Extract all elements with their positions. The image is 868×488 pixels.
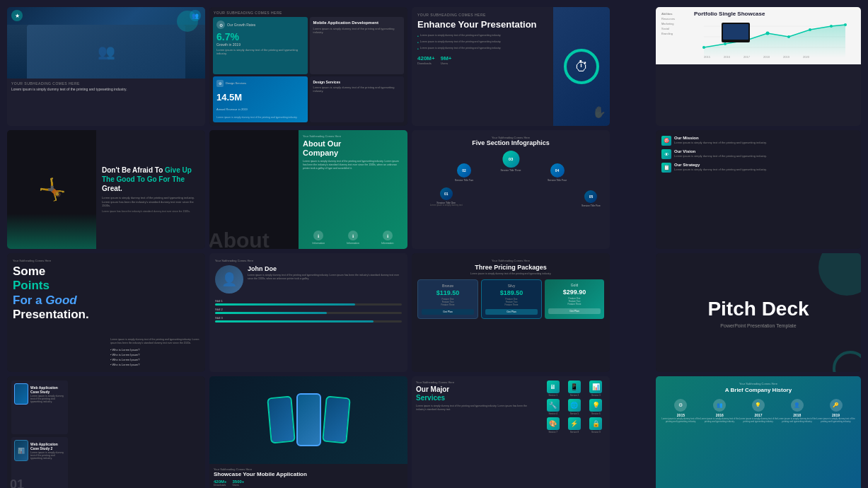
about-right: Your Subheading Comes Here About OurComp… bbox=[299, 130, 407, 249]
mvs-vision-desc: Lorem ipsum is simply dummy text of the … bbox=[674, 154, 855, 158]
points-list: Lorem ipsum is simply dummy text of the … bbox=[109, 253, 205, 372]
pitch-title: Pitch Deck bbox=[707, 298, 809, 320]
pricing-gold-price: $299.90 bbox=[548, 289, 601, 296]
growth-box-mobile: Mobile Application Development Lorem ips… bbox=[310, 17, 405, 74]
slide-infographics[interactable]: Your Subheading Comes Here Five Section … bbox=[412, 130, 610, 249]
mvs-strategy-desc: Lorem ipsum is simply dummy text of the … bbox=[674, 168, 855, 171]
growth-grid: ⚙ Our Growth Rates 6.7% Growth in 2019 L… bbox=[209, 17, 407, 126]
growth-title: Our Growth Rates bbox=[227, 23, 255, 27]
team-desc: Lorem ipsum is simply dummy text of the … bbox=[11, 87, 201, 92]
slide-growth[interactable]: Your Subheading Comes Here ⚙ Our Growth … bbox=[209, 7, 407, 126]
history-tag: Your Subheading Comes Here bbox=[661, 382, 855, 385]
webapp-case1-title: Web Application Case Study bbox=[30, 385, 65, 394]
major-desc: Lorem ipsum is simply dummy text of the … bbox=[416, 405, 535, 412]
slide-points[interactable]: Your Subheading Comes Here Some Points F… bbox=[7, 253, 205, 372]
points-title: Some Points For a Good Presentation. bbox=[13, 265, 103, 323]
pricing-gold-btn[interactable]: Get Plan bbox=[548, 308, 601, 314]
team-tag: Your Subheading Comes Here bbox=[11, 81, 201, 86]
slide-john[interactable]: Your Subheading Comes Here 👤 John Doe Lo… bbox=[209, 253, 407, 372]
slide-dontbe[interactable]: 🤸 Don't Be Afraid To Give Up The Good To… bbox=[7, 130, 205, 249]
slide-pitch[interactable]: Pitch Deck PowerPoint Presentation Templ… bbox=[656, 253, 861, 372]
dontbe-title: Don't Be Afraid To Give Up The Good To G… bbox=[102, 165, 199, 193]
portfolio-title: Portfolio Single Showcase bbox=[694, 11, 855, 17]
pricing-bronze-price: $119.50 bbox=[422, 289, 474, 296]
webapp-content: Web Application Case Study Lorem ipsum i… bbox=[11, 380, 201, 488]
history-2019: 🔑 2019 Lorem ipsum is simply dummy text … bbox=[816, 399, 855, 424]
slides-grid: ★ 👥 👥 Your Subheading Comes Here Lorem i… bbox=[0, 0, 656, 488]
infographics-nodes: 03 Service Title Three 02 Service Title … bbox=[417, 151, 604, 214]
major-services-grid: 🖥 Service 1 📱 Service 2 📊 Service 3 🔧 Se… bbox=[539, 376, 610, 488]
history-2016: 👥 2016 Lorem ipsum is simply dummy text … bbox=[700, 399, 739, 424]
points-tag: Your Subheading Comes Here bbox=[13, 259, 103, 262]
growth-header: Your Subheading Comes Here bbox=[209, 7, 407, 17]
growth-mobile-desc: Lorem ipsum is simply dummy text of the … bbox=[313, 27, 401, 34]
about-tag: Your Subheading Comes Here bbox=[303, 134, 403, 138]
history-2015: ⚙ 2015 Lorem ipsum is simply dummy text … bbox=[661, 399, 700, 424]
about-left: About bbox=[209, 130, 299, 249]
john-desc: Lorem ipsum is simply dummy text of the … bbox=[248, 274, 402, 281]
major-svc-2: 📱 Service 2 bbox=[565, 380, 584, 397]
dontbe-desc: Lorem ipsum is simply dummy text of the … bbox=[102, 196, 199, 208]
svg-point-4 bbox=[724, 42, 727, 45]
portfolio-sidebar: Abilities Resources Marketing Social Bra… bbox=[661, 11, 690, 35]
mobile-phone-3 bbox=[322, 396, 351, 444]
enhance-title: Enhance Your Presentation bbox=[417, 19, 548, 30]
pricing-silver-price: $189.50 bbox=[485, 289, 538, 296]
svg-text:2018: 2018 bbox=[763, 55, 770, 58]
pricing-silver-btn[interactable]: Get Plan bbox=[485, 309, 538, 315]
svg-point-3 bbox=[702, 46, 705, 49]
slide-mobile-showcase[interactable]: Your Subheading Comes Here Showcase Your… bbox=[209, 376, 407, 488]
growth-desc2: Lorem ipsum is simply dummy text of the … bbox=[216, 116, 304, 119]
growth-number1: 6.7% bbox=[216, 31, 304, 42]
mvs-mission-title: Our Mission bbox=[674, 136, 855, 140]
growth-label2: Annual Revenue in 2019 bbox=[216, 108, 304, 111]
about-desc: Lorem ipsum is simply dummy text of the … bbox=[303, 160, 403, 170]
portfolio-header: Abilities Resources Marketing Social Bra… bbox=[656, 7, 861, 64]
john-skills: Skill 1 Skill 2 Skill 3 bbox=[215, 299, 402, 323]
pitch-circle-decoration bbox=[818, 253, 861, 296]
svg-text:2016: 2016 bbox=[724, 55, 731, 58]
svg-point-10 bbox=[844, 23, 847, 26]
svg-text:2020: 2020 bbox=[803, 55, 810, 58]
slide-pricing[interactable]: Your Subheading Comes Here Three Pricing… bbox=[412, 253, 610, 372]
growth-desc1: Lorem ipsum is simply dummy text of the … bbox=[216, 48, 304, 55]
major-svc-9: 🔒 Service 9 bbox=[586, 417, 606, 434]
pricing-bronze-btn[interactable]: Get Plan bbox=[422, 309, 474, 315]
portfolio-chart-area: Portfolio Single Showcase bbox=[694, 11, 855, 61]
webapp-screenshots: Web Application Case Study Lorem ipsum i… bbox=[11, 380, 68, 488]
slide-team[interactable]: ★ 👥 👥 Your Subheading Comes Here Lorem i… bbox=[7, 7, 205, 126]
mvs-strategy: 📋 Our Strategy Lorem ipsum is simply dum… bbox=[661, 163, 855, 173]
history-2018: 👤 2018 Lorem ipsum is simply dummy text … bbox=[777, 399, 816, 424]
slide-history[interactable]: Your Subheading Comes Here A Brief Compa… bbox=[656, 376, 861, 488]
pricing-tag: Your Subheading Comes Here bbox=[417, 259, 604, 262]
mvs-mission: 🎯 Our Mission Lorem ipsum is simply dumm… bbox=[661, 136, 855, 146]
slide-major-services[interactable]: Your Subheading Comes Here Our Major Ser… bbox=[412, 376, 610, 488]
enhance-image: ⏱ ✋ bbox=[553, 7, 610, 126]
history-title: A Brief Company History bbox=[661, 387, 855, 393]
pricing-desc: Lorem ipsum is simply dummy text of the … bbox=[417, 272, 604, 275]
enhance-tag: Your Subheading Comes Here bbox=[417, 13, 548, 17]
mvs-vision: 👁 Our Vision Lorem ipsum is simply dummy… bbox=[661, 149, 855, 159]
svg-text:2019: 2019 bbox=[783, 55, 790, 58]
slide-portfolio[interactable]: Abilities Resources Marketing Social Bra… bbox=[656, 7, 861, 126]
slide-webapp[interactable]: 01 Web Application Case Study Lorem ipsu… bbox=[7, 376, 205, 488]
mvs-strategy-icon: 📋 bbox=[661, 163, 671, 173]
major-svc-6: 💡 Service 6 bbox=[586, 399, 606, 415]
pitch-subtitle: PowerPoint Presentation Template bbox=[720, 323, 796, 328]
enhance-stat1: 420M+ bbox=[417, 55, 435, 62]
svg-point-8 bbox=[809, 28, 811, 31]
growth-mobile-title: Mobile Application Development bbox=[313, 21, 401, 25]
team-image: ★ 👥 👥 bbox=[7, 7, 205, 79]
john-avatar: 👤 bbox=[215, 265, 243, 294]
webapp-number: 01 bbox=[10, 477, 24, 488]
slide-mvs[interactable]: 🎯 Our Mission Lorem ipsum is simply dumm… bbox=[656, 130, 861, 249]
webapp-case2-title: Web Application Case Study 2 bbox=[30, 442, 65, 451]
mvs-vision-title: Our Vision bbox=[674, 149, 855, 153]
pricing-bronze: Bronze $119.50 Feature One Feature Two F… bbox=[417, 279, 478, 319]
mvs-mission-desc: Lorem ipsum is simply dummy text of the … bbox=[674, 141, 855, 144]
slide-about[interactable]: About Your Subheading Comes Here About O… bbox=[209, 130, 407, 249]
infographics-title: Five Section Infographics bbox=[417, 139, 604, 146]
slide-enhance[interactable]: Your Subheading Comes Here Enhance Your … bbox=[412, 7, 610, 126]
history-2017: 💡 2017 Lorem ipsum is simply dummy text … bbox=[739, 399, 778, 424]
major-svc-4: 🔧 Service 4 bbox=[543, 399, 562, 415]
